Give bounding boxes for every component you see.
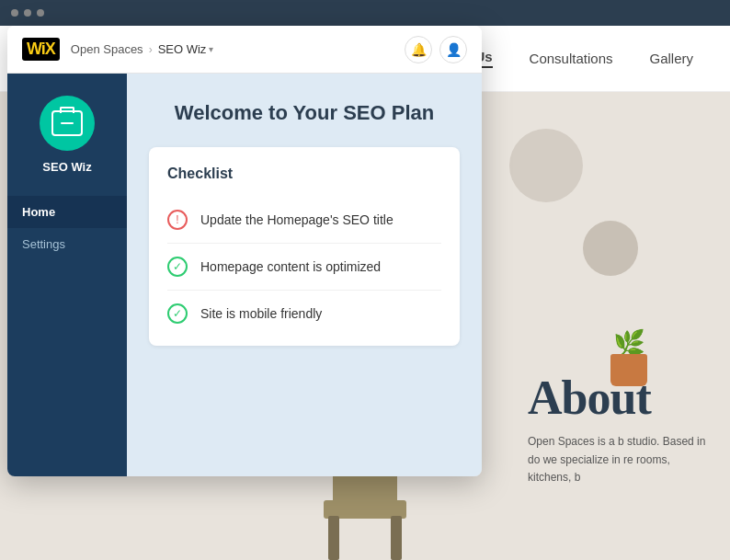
checklist-item-2[interactable]: ✓ Site is mobile friendly [167, 291, 441, 337]
about-heading: About [528, 374, 712, 422]
breadcrumb: Open Spaces › SEO Wiz ▾ [71, 42, 214, 56]
notification-button[interactable]: 🔔 [405, 36, 432, 63]
breadcrumb-dropdown-arrow[interactable]: ▾ [209, 44, 213, 54]
deco-circle-2 [583, 221, 638, 276]
checklist-item-text-0: Update the Homepage's SEO title [200, 212, 394, 227]
nav-link-gallery[interactable]: Gallery [649, 51, 693, 66]
check-icon-done-1: ✓ [167, 257, 188, 277]
checklist-card: Checklist ! Update the Homepage's SEO ti… [149, 147, 460, 346]
wix-logo: WiX [22, 38, 60, 61]
sidebar-item-settings[interactable]: Settings [7, 228, 127, 260]
about-text-area: About Open Spaces is a b studio. Based i… [528, 374, 712, 486]
panel-title: Welcome to Your SEO Plan [149, 101, 460, 125]
about-body: Open Spaces is a b studio. Based in do w… [528, 433, 712, 486]
check-icon-pending: ! [167, 210, 188, 230]
deco-circle-1 [509, 129, 583, 202]
browser-chrome [0, 0, 730, 26]
sidebar-app-icon [40, 96, 95, 151]
checklist-item-1[interactable]: ✓ Homepage content is optimized [167, 244, 441, 291]
checklist-title: Checklist [167, 166, 441, 182]
search-line-icon [61, 122, 74, 124]
sidebar-item-home[interactable]: Home [7, 196, 127, 228]
checklist-item-text-1: Homepage content is optimized [200, 259, 381, 274]
main-panel: Welcome to Your SEO Plan Checklist ! Upd… [127, 74, 482, 476]
checklist-item-text-2: Site is mobile friendly [200, 306, 322, 321]
user-button[interactable]: 👤 [439, 36, 467, 63]
browser-dot-1 [11, 9, 18, 17]
wix-content: SEO Wiz Home Settings Welcome to Your SE… [7, 74, 482, 476]
topbar-actions: 🔔 👤 [405, 36, 467, 63]
wix-panel: WiX Open Spaces › SEO Wiz ▾ 🔔 👤 SEO Wiz … [7, 26, 482, 476]
sidebar-app-name: SEO Wiz [42, 160, 91, 174]
chair-leg-left [328, 516, 339, 560]
browser-dot-2 [24, 9, 31, 17]
checklist-item-0[interactable]: ! Update the Homepage's SEO title [167, 197, 441, 244]
chair-leg-right [391, 516, 402, 560]
browser-dot-3 [37, 9, 44, 17]
breadcrumb-separator: › [149, 43, 153, 56]
breadcrumb-current[interactable]: SEO Wiz ▾ [158, 42, 214, 56]
check-icon-done-2: ✓ [167, 303, 188, 324]
breadcrumb-open-spaces[interactable]: Open Spaces [71, 42, 143, 56]
seo-wiz-icon [51, 110, 83, 136]
nav-link-consultations[interactable]: Consultations [530, 51, 613, 66]
wix-sidebar: SEO Wiz Home Settings [7, 74, 127, 476]
wix-topbar: WiX Open Spaces › SEO Wiz ▾ 🔔 👤 [7, 26, 482, 74]
